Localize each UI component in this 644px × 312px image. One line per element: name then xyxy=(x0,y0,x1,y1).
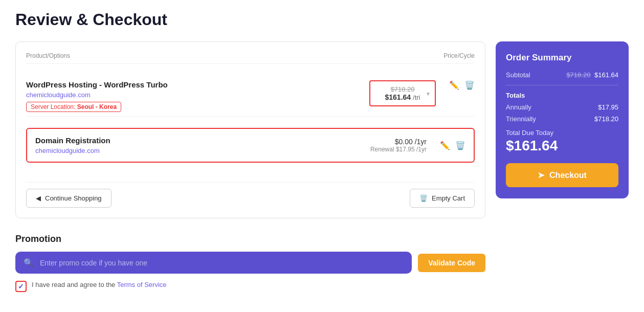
subtotal-values: $718.20 $161.64 xyxy=(566,71,618,79)
server-location-badge: Server Location: Seoul - Korea xyxy=(26,102,121,112)
wp-item-domain: chemicloudguide.com xyxy=(26,91,369,99)
cart-footer: ◀ Continue Shopping 🗑️ Empty Cart xyxy=(26,182,475,208)
subtotal-label: Subtotal xyxy=(506,71,530,79)
wp-item-info: WordPress Hosting - WordPress Turbo chem… xyxy=(26,80,369,112)
edit-icon[interactable]: ✏️ xyxy=(449,80,459,90)
domain-price-renewal: Renewal $17.95 /1yr xyxy=(370,146,427,153)
triennially-val: $718.20 xyxy=(594,115,618,123)
cart-section: Product/Options Price/Cycle WordPress Ho… xyxy=(15,41,485,292)
terms-text: I have read and agree to the Terms of Se… xyxy=(32,281,167,288)
delete-icon[interactable]: 🗑️ xyxy=(464,80,475,90)
promo-bar: 🔍 xyxy=(15,252,412,274)
price-new-period: $161.64 /tri xyxy=(376,93,429,101)
server-location-label: Server Location: xyxy=(31,103,75,110)
annually-label: Annually xyxy=(506,103,531,111)
terms-of-service-link[interactable]: Terms of Service xyxy=(117,281,167,288)
price-period: /tri xyxy=(413,94,420,101)
domain-item-actions: ✏️ 🗑️ xyxy=(440,141,465,150)
subtotal-row: Subtotal $718.20 $161.64 xyxy=(506,71,618,79)
order-summary: Order Summary Subtotal $718.20 $161.64 T… xyxy=(496,41,629,198)
domain-item-info: Domain Registration chemicloudguide.com xyxy=(35,136,370,154)
wp-item-name: WordPress Hosting - WordPress Turbo xyxy=(26,80,369,89)
cart-item-wp: WordPress Hosting - WordPress Turbo chem… xyxy=(26,72,475,117)
domain-price-col: $0.00 /1yr Renewal $17.95 /1yr xyxy=(370,138,427,153)
summary-divider xyxy=(506,85,618,85)
checkout-button[interactable]: ➤ Checkout xyxy=(506,163,618,187)
domain-delete-icon[interactable]: 🗑️ xyxy=(455,141,465,150)
trash-icon: 🗑️ xyxy=(419,194,428,202)
totals-label: Totals xyxy=(506,92,618,99)
search-icon: 🔍 xyxy=(24,258,34,268)
subtotal-new: $161.64 xyxy=(594,71,618,79)
domain-item-name: Domain Registration xyxy=(35,136,370,145)
col-price: Price/Cycle xyxy=(443,52,475,59)
cart-box: Product/Options Price/Cycle WordPress Ho… xyxy=(15,41,485,218)
sidebar: Order Summary Subtotal $718.20 $161.64 T… xyxy=(496,41,629,198)
continue-shopping-label: Continue Shopping xyxy=(45,194,102,202)
back-arrow-icon: ◀ xyxy=(36,194,41,202)
triennially-row: Triennially $718.20 xyxy=(506,115,618,123)
domain-price-main: $0.00 /1yr xyxy=(370,138,427,146)
dropdown-arrow-icon: ▼ xyxy=(426,91,431,96)
empty-cart-label: Empty Cart xyxy=(432,194,465,202)
empty-cart-button[interactable]: 🗑️ Empty Cart xyxy=(410,189,475,208)
price-dropdown[interactable]: $718.20 $161.64 /tri ▼ xyxy=(369,80,436,106)
price-old: $718.20 xyxy=(376,85,429,93)
promotion-label: Promotion xyxy=(15,234,485,244)
checkout-arrow-icon: ➤ xyxy=(538,170,544,180)
total-due-label: Total Due Today xyxy=(506,129,618,137)
terms-row: ✓ I have read and agree to the Terms of … xyxy=(15,281,485,292)
triennially-label: Triennially xyxy=(506,115,536,123)
domain-edit-icon[interactable]: ✏️ xyxy=(440,141,450,150)
promotion-section: Promotion 🔍 Validate Code ✓ I have read … xyxy=(15,234,485,292)
promo-code-input[interactable] xyxy=(40,259,404,267)
cart-item-domain: Domain Registration chemicloudguide.com … xyxy=(26,128,475,163)
terms-text-before: I have read and agree to the xyxy=(32,281,117,288)
col-product: Product/Options xyxy=(26,52,70,59)
cart-header: Product/Options Price/Cycle xyxy=(26,52,475,64)
annually-row: Annually $17.95 xyxy=(506,103,618,111)
terms-checkbox[interactable]: ✓ xyxy=(15,281,27,292)
order-summary-title: Order Summary xyxy=(506,53,618,63)
subtotal-old: $718.20 xyxy=(566,71,590,79)
domain-item-wrapper: Domain Registration chemicloudguide.com … xyxy=(26,117,475,174)
validate-code-button[interactable]: Validate Code xyxy=(418,254,485,272)
total-due-amount: $161.64 xyxy=(506,138,618,154)
page-title: Review & Checkout xyxy=(15,10,629,29)
continue-shopping-button[interactable]: ◀ Continue Shopping xyxy=(26,189,112,208)
checkmark-icon: ✓ xyxy=(18,282,24,291)
checkout-label: Checkout xyxy=(549,171,587,180)
domain-item-domain: chemicloudguide.com xyxy=(35,147,370,154)
price-new: $161.64 xyxy=(385,93,411,101)
wp-item-actions: ✏️ 🗑️ xyxy=(449,80,475,90)
annually-val: $17.95 xyxy=(598,103,618,111)
server-location-value: Seoul - Korea xyxy=(77,103,117,110)
